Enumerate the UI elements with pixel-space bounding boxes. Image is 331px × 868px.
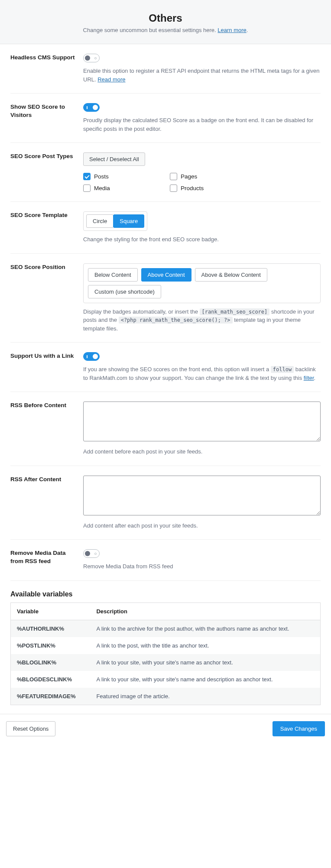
variable-name: %FEATUREDIMAGE% (11, 688, 91, 705)
row-rss-before: RSS Before Content Add content before ea… (10, 392, 321, 466)
toggle-seo-visitors[interactable] (83, 103, 100, 112)
follow-code: follow (271, 366, 294, 373)
label-seo-post-types: SEO Score Post Types (10, 152, 79, 161)
row-headless-cms: Headless CMS Support Enable this option … (10, 44, 321, 94)
rss-before-textarea[interactable] (83, 402, 321, 441)
variable-name: %AUTHORLINK% (11, 620, 91, 637)
variable-desc: A link to your site, with your site's na… (90, 654, 320, 671)
checkbox-icon[interactable] (83, 173, 91, 180)
select-deselect-all-button[interactable]: Select / Deselect All (83, 152, 145, 166)
desc-seo-position: Display the badges automatically, or ins… (83, 308, 321, 333)
table-row: %AUTHORLINK%A link to the archive for th… (11, 620, 321, 637)
checkbox-label: Posts (94, 173, 109, 180)
position-option[interactable]: Below Content (88, 268, 138, 282)
col-variable: Variable (11, 602, 91, 620)
table-row: %FEATUREDIMAGE%Featured image of the art… (11, 688, 321, 705)
checkbox-item[interactable]: Posts (83, 173, 161, 180)
variable-name: %BLOGLINK% (11, 654, 91, 671)
toggle-remove-media[interactable] (83, 549, 100, 558)
col-description: Description (90, 602, 320, 620)
desc-headless-cms: Enable this option to register a REST AP… (83, 67, 321, 84)
page-header: Others Change some uncommon but essentia… (0, 0, 331, 44)
toggle-headless-cms[interactable] (83, 54, 100, 62)
desc-remove-media: Remove Media Data from RSS feed (83, 562, 321, 571)
row-seo-visitors: Show SEO Score to Visitors Proudly displ… (10, 94, 321, 143)
filter-link[interactable]: filter (304, 375, 314, 381)
label-headless-cms: Headless CMS Support (10, 54, 79, 62)
row-seo-post-types: SEO Score Post Types Select / Deselect A… (10, 143, 321, 202)
variable-desc: Featured image of the article. (90, 688, 320, 705)
row-seo-template: SEO Score Template CircleSquare Change t… (10, 202, 321, 254)
checkbox-item[interactable]: Pages (170, 173, 248, 180)
label-seo-template: SEO Score Template (10, 211, 79, 220)
position-option[interactable]: Above & Below Content (195, 268, 267, 282)
position-option[interactable]: Above Content (141, 268, 191, 282)
template-option[interactable]: Square (113, 214, 144, 228)
template-option[interactable]: Circle (86, 214, 114, 228)
save-changes-button[interactable]: Save Changes (273, 721, 325, 736)
footer-bar: Reset Options Save Changes (0, 714, 331, 743)
checkbox-item[interactable]: Media (83, 185, 161, 192)
read-more-link[interactable]: Read more (97, 76, 125, 83)
checkbox-label: Media (94, 185, 110, 191)
desc-rss-before: Add content before each post in your sit… (83, 447, 321, 456)
label-seo-visitors: Show SEO Score to Visitors (10, 103, 79, 120)
checkbox-icon[interactable] (170, 173, 177, 180)
variable-name: %POSTLINK% (11, 637, 91, 654)
checkbox-icon[interactable] (83, 185, 91, 192)
variables-table: Variable Description %AUTHORLINK%A link … (10, 602, 321, 705)
checkbox-icon[interactable] (170, 185, 177, 192)
settings-panel: Headless CMS Support Enable this option … (0, 44, 331, 705)
row-support-link: Support Us with a Link If you are showin… (10, 343, 321, 392)
variable-desc: A link to the archive for the post autho… (90, 620, 320, 637)
desc-rss-after: Add content after each post in your site… (83, 521, 321, 530)
label-support-link: Support Us with a Link (10, 352, 79, 360)
label-rss-before: RSS Before Content (10, 402, 79, 410)
position-option[interactable]: Custom (use shortcode) (88, 285, 161, 298)
page-title: Others (9, 12, 322, 24)
toggle-support-link[interactable] (83, 352, 100, 361)
label-remove-media: Remove Media Data from RSS feed (10, 549, 79, 566)
desc-seo-template: Change the styling for the front end SEO… (83, 235, 321, 244)
seo-position-segment: Below ContentAbove ContentAbove & Below … (83, 263, 321, 303)
table-row: %BLOGDESCLINK%A link to your site, with … (11, 671, 321, 688)
variables-heading: Available variables (10, 590, 321, 598)
variable-desc: A link to the post, with the title as an… (90, 637, 320, 654)
table-row: %POSTLINK%A link to the post, with the t… (11, 637, 321, 654)
desc-seo-visitors: Proudly display the calculated SEO Score… (83, 116, 321, 133)
variable-desc: A link to your site, with your site's na… (90, 671, 320, 688)
checkbox-label: Pages (181, 173, 197, 180)
page-subtitle: Change some uncommon but essential setti… (9, 27, 322, 33)
row-remove-media: Remove Media Data from RSS feed Remove M… (10, 540, 321, 581)
desc-support-link: If you are showing the SEO scores on the… (83, 365, 321, 382)
learn-more-link[interactable]: Learn more (217, 27, 246, 33)
post-types-grid: PostsPagesMediaProducts (83, 173, 248, 192)
table-row: %BLOGLINK%A link to your site, with your… (11, 654, 321, 671)
variables-section: Available variables Variable Description… (10, 590, 321, 705)
label-seo-position: SEO Score Position (10, 263, 79, 272)
row-rss-after: RSS After Content Add content after each… (10, 466, 321, 540)
php-tag-code: <?php rank_math_the_seo_score(); ?> (119, 317, 233, 324)
variable-name: %BLOGDESCLINK% (11, 671, 91, 688)
checkbox-label: Products (181, 185, 204, 191)
checkbox-item[interactable]: Products (170, 185, 248, 192)
row-seo-position: SEO Score Position Below ContentAbove Co… (10, 254, 321, 343)
shortcode-code: [rank_math_seo_score] (200, 308, 270, 315)
label-rss-after: RSS After Content (10, 476, 79, 484)
seo-template-segment: CircleSquare (83, 211, 147, 231)
rss-after-textarea[interactable] (83, 476, 321, 515)
reset-options-button[interactable]: Reset Options (6, 721, 55, 736)
